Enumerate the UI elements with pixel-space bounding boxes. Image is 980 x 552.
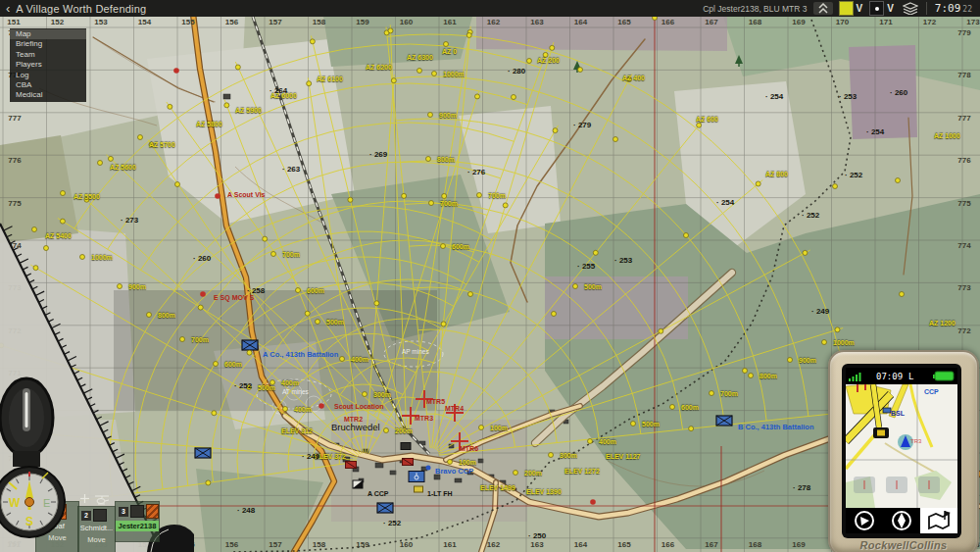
gps-nav-button[interactable] (846, 508, 883, 533)
grid-col-label: 154 (138, 541, 151, 549)
grid-col-label: 172 (923, 19, 936, 26)
grid-row-label: 773 (8, 284, 21, 292)
range-dot (384, 30, 389, 35)
red-marker-label: MTR4 (445, 405, 464, 412)
spot-height: · 254 (866, 128, 884, 136)
map-menu: MapBriefingTeamPlayersLogCBAMedical (10, 28, 86, 102)
range-dot (33, 266, 38, 271)
range-label: 900m (439, 112, 457, 119)
range-dot (627, 76, 632, 81)
spot-height: · 258 (247, 287, 265, 295)
red-dot-marker (215, 193, 220, 199)
layers-icon[interactable] (901, 2, 920, 15)
menu-item-briefing[interactable]: Briefing (10, 39, 86, 49)
grid-row-label: 772 (8, 327, 21, 335)
range-dot (593, 250, 598, 255)
range-label: 1000m (833, 339, 855, 346)
gps-compass-button[interactable] (883, 508, 920, 533)
azimuth-label: AZ 400 (622, 75, 645, 81)
grid-col-label: 166 (662, 19, 674, 26)
menu-item-log[interactable]: Log (10, 71, 86, 80)
player-unit-name: Jester2138 (116, 521, 159, 531)
range-label: 300m (560, 452, 577, 459)
range-dot (788, 358, 793, 363)
azimuth-label: AZ 1200 (929, 320, 956, 326)
spot-height: · 254 (716, 199, 734, 207)
grid-col-label: 165 (617, 19, 630, 26)
azimuth-label: AZ 200 (537, 57, 560, 64)
range-label: 700m (440, 200, 458, 207)
registration-cross (446, 404, 464, 422)
azimuth-label: AZ 6100 (317, 75, 343, 82)
range-dot (441, 244, 446, 249)
range-dot (147, 313, 152, 318)
clock-seconds: 22 (962, 5, 972, 14)
registration-cross (416, 390, 433, 408)
range-dot (198, 305, 203, 310)
range-label: 1000m (443, 71, 465, 77)
range-label: 500m (642, 421, 660, 427)
spot-height: · 253 (839, 93, 857, 101)
crosshair-icon (80, 494, 89, 503)
grid-col-label: 164 (574, 19, 587, 26)
tree-icon (735, 55, 743, 67)
blufor-flag-icon (716, 416, 732, 426)
marker-color-dropdown[interactable]: V (857, 3, 863, 14)
unit-name: Schmidt... (78, 524, 115, 532)
grid-col-label: 168 (749, 541, 761, 549)
menu-item-players[interactable]: Players (10, 60, 86, 70)
gps-map-button[interactable] (920, 508, 957, 533)
grid-col-label: 155 (181, 541, 194, 549)
squad-card-schmidt[interactable]: 2 Schmidt... Move (77, 506, 116, 552)
compass-tool[interactable]: W S E (0, 375, 70, 551)
range-dot (468, 292, 473, 297)
grid-col-label: 173 (966, 19, 979, 26)
range-dot (573, 284, 578, 289)
back-button[interactable]: ‹ (6, 1, 10, 16)
marker-shape-swatch[interactable] (869, 1, 884, 16)
blue-unit-label: B Co., 413th Battalion (738, 424, 814, 431)
grid-col-label: 153 (94, 19, 107, 26)
menu-item-team[interactable]: Team (10, 50, 86, 60)
range-dot (214, 362, 219, 367)
range-label: 600m (307, 287, 324, 294)
grid-row-label: 777 (957, 115, 970, 123)
range-dot (549, 453, 554, 458)
range-dot (659, 328, 663, 333)
range-dot (80, 255, 85, 260)
marker-color-swatch[interactable] (839, 1, 854, 16)
svg-text:E: E (43, 497, 50, 509)
ccp-flag-icon (353, 480, 363, 488)
range-dot (527, 59, 532, 64)
range-dot (588, 439, 593, 444)
azimuth-label: AZ 5500 (74, 193, 100, 200)
range-dot (896, 178, 901, 183)
range-label: 800m (760, 373, 777, 379)
grid-row-label: 779 (957, 29, 970, 37)
blue-dot-marker (426, 466, 431, 471)
spot-height: · 248 (237, 507, 255, 515)
range-dot (263, 236, 268, 241)
range-dot (283, 407, 288, 412)
range-dot (224, 103, 229, 108)
red-unit-icon (403, 459, 414, 466)
menu-item-medical[interactable]: Medical (10, 90, 86, 100)
squad-card-jester2138[interactable]: 3 Jester2138 (115, 501, 160, 542)
menu-item-cba[interactable]: CBA (10, 80, 86, 90)
range-label: 300m (373, 391, 391, 398)
range-dot (543, 52, 548, 57)
azimuth-label: AZ 6200 (366, 64, 392, 71)
collapse-button[interactable] (813, 2, 833, 15)
range-label: 500m (326, 319, 344, 326)
range-dot (441, 322, 446, 326)
grid-row-label: 774 (957, 242, 970, 250)
menu-item-map[interactable]: Map (10, 29, 86, 39)
range-dot (118, 284, 122, 289)
marker-shape-dropdown[interactable]: V (887, 3, 894, 14)
red-dot-marker (318, 403, 324, 409)
azimuth-label: AZ 1000 (934, 132, 960, 139)
range-label: 700m (191, 336, 209, 343)
unit-type-icon (130, 505, 144, 518)
grid-col-label: 170 (836, 19, 849, 26)
range-label: 900m (128, 283, 146, 290)
